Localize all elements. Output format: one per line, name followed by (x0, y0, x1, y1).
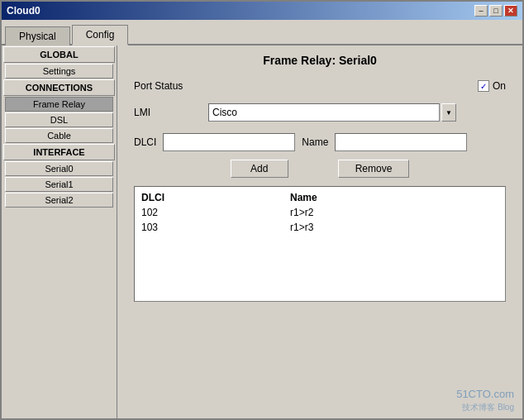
content-title: Frame Relay: Serial0 (134, 54, 506, 67)
sidebar-item-serial1[interactable]: Serial1 (5, 177, 113, 192)
sidebar-item-serial0[interactable]: Serial0 (5, 161, 113, 176)
global-header: GLOBAL (3, 46, 115, 63)
content-area: Frame Relay: Serial0 Port Status ✓ On LM… (117, 45, 522, 418)
dlci-table: DLCI Name 102 r1>r2 103 r1>r3 (134, 186, 506, 302)
sidebar-item-settings[interactable]: Settings (5, 64, 113, 79)
port-status-checkbox[interactable]: ✓ (478, 80, 489, 92)
close-button[interactable]: ✕ (504, 5, 517, 17)
port-status-on-label: On (493, 80, 506, 92)
sidebar: GLOBAL Settings CONNECTIONS Frame Relay … (2, 45, 117, 418)
table-header-dlci: DLCI (141, 192, 290, 203)
dlci-name-row: DLCI Name (134, 133, 506, 151)
tab-physical[interactable]: Physical (5, 26, 70, 47)
watermark-top: 51CTO.com (456, 387, 514, 402)
minimize-button[interactable]: – (474, 5, 488, 17)
table-cell-name: r1>r2 (290, 207, 498, 218)
watermark-bottom: 技术博客 Blog (456, 402, 514, 413)
table-header: DLCI Name (138, 190, 502, 205)
title-bar: Cloud0 – □ ✕ (2, 2, 522, 20)
window-title: Cloud0 (7, 5, 40, 17)
lmi-dropdown-arrow[interactable]: ▼ (441, 103, 456, 122)
table-cell-dlci: 102 (141, 207, 290, 218)
interface-header: INTERFACE (3, 144, 115, 160)
sidebar-scroll: GLOBAL Settings CONNECTIONS Frame Relay … (2, 45, 117, 418)
name-label: Name (302, 136, 328, 148)
table-cell-name: r1>r3 (290, 222, 498, 233)
lmi-row: LMI Cisco ▼ (134, 103, 506, 122)
dlci-input[interactable] (163, 133, 295, 151)
table-row[interactable]: 102 r1>r2 (138, 205, 502, 220)
lmi-label: LMI (134, 107, 208, 118)
watermark: 51CTO.com 技术博客 Blog (456, 387, 514, 413)
connections-header: CONNECTIONS (3, 79, 115, 96)
remove-button[interactable]: Remove (338, 160, 410, 178)
port-status-row: Port Status ✓ On (134, 80, 506, 92)
lmi-select-box[interactable]: Cisco (208, 103, 440, 122)
sidebar-item-serial2[interactable]: Serial2 (5, 193, 113, 208)
action-buttons-row: Add Remove (134, 160, 506, 178)
name-input[interactable] (335, 133, 467, 151)
tabs-bar: Physical Config (2, 20, 522, 45)
main-content: GLOBAL Settings CONNECTIONS Frame Relay … (2, 45, 522, 418)
lmi-value: Cisco (212, 107, 237, 118)
maximize-button[interactable]: □ (489, 5, 503, 17)
lmi-select-container: Cisco ▼ (208, 103, 456, 122)
title-bar-buttons: – □ ✕ (474, 5, 517, 17)
sidebar-item-frame-relay[interactable]: Frame Relay (5, 97, 113, 112)
sidebar-item-dsl[interactable]: DSL (5, 112, 113, 127)
sidebar-item-cable[interactable]: Cable (5, 128, 113, 143)
dlci-label: DLCI (134, 136, 156, 148)
table-header-name: Name (290, 192, 498, 203)
port-status-checkbox-area: ✓ On (478, 80, 506, 92)
table-row[interactable]: 103 r1>r3 (138, 220, 502, 235)
window: Cloud0 – □ ✕ Physical Config GLOBAL Sett… (0, 0, 524, 420)
port-status-label: Port Status (134, 80, 208, 92)
add-button[interactable]: Add (231, 160, 288, 178)
table-cell-dlci: 103 (141, 222, 290, 233)
tab-config[interactable]: Config (72, 25, 129, 45)
